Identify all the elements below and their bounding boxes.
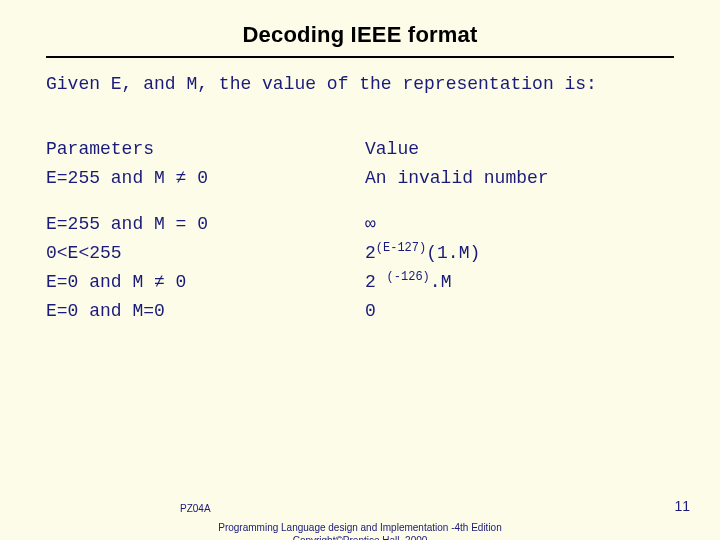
value-exp: (-126) [387,270,430,284]
footer-center: Programming Language design and Implemen… [160,522,560,540]
row-param: E=255 and M = 0 [46,212,355,237]
parameter-table: Parameters Value E=255 and M ≠ 0 An inva… [46,137,674,324]
row-value: 2(E-127)(1.M) [365,241,674,266]
slide: Decoding IEEE format Given E, and M, the… [0,0,720,540]
col-header-value: Value [365,137,674,162]
slide-title: Decoding IEEE format [0,0,720,54]
row-param: 0<E<255 [46,241,355,266]
value-base: 2 [365,272,387,292]
horizontal-rule [46,56,674,58]
footer-line2: Copyright©Prentice Hall, 2000 [293,535,428,541]
row-param: E=0 and M=0 [46,299,355,324]
value-base: 2 [365,243,376,263]
value-tail: .M [430,272,452,292]
slide-body: Given E, and M, the value of the represe… [0,72,720,324]
row-value: 0 [365,299,674,324]
row-value: 2 (-126).M [365,270,674,295]
row-value: ∞ [365,212,674,237]
intro-line: Given E, and M, the value of the represe… [46,72,674,97]
col-header-params: Parameters [46,137,355,162]
row-spacer [46,196,674,208]
row-value: An invalid number [365,166,674,191]
page-number: 11 [674,498,690,514]
footer-line1: Programming Language design and Implemen… [218,522,502,533]
row-param: E=255 and M ≠ 0 [46,166,355,191]
row-param: E=0 and M ≠ 0 [46,270,355,295]
value-tail: (1.M) [426,243,480,263]
value-exp: (E-127) [376,241,426,255]
footer-code: PZ04A [180,503,211,514]
